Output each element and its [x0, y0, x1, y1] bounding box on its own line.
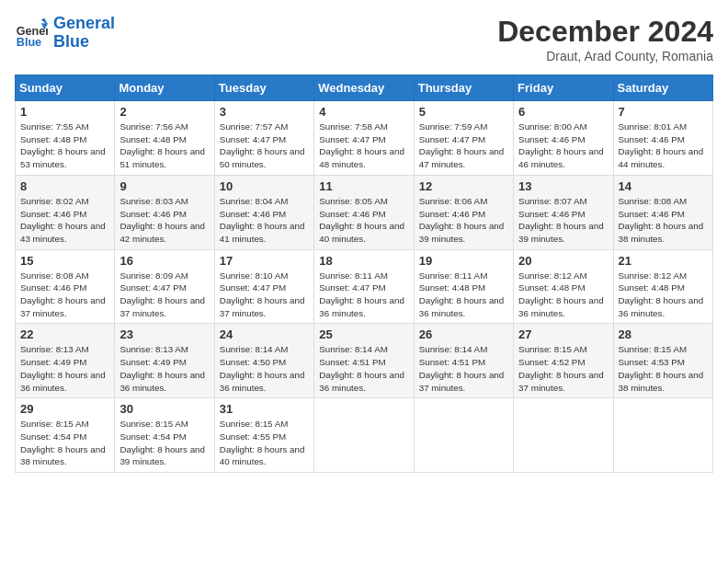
calendar-cell: 21 Sunrise: 8:12 AM Sunset: 4:48 PM Dayl… [613, 249, 712, 324]
day-detail: Sunrise: 8:00 AM Sunset: 4:46 PM Dayligh… [518, 121, 608, 171]
logo: General Blue GeneralBlue [15, 15, 115, 52]
day-detail: Sunrise: 8:12 AM Sunset: 4:48 PM Dayligh… [518, 270, 608, 320]
calendar-cell: 27 Sunrise: 8:15 AM Sunset: 4:52 PM Dayl… [514, 324, 613, 398]
calendar-week-5: 29 Sunrise: 8:15 AM Sunset: 4:54 PM Dayl… [16, 398, 713, 473]
day-detail: Sunrise: 8:11 AM Sunset: 4:48 PM Dayligh… [419, 270, 508, 320]
calendar-cell [514, 398, 613, 473]
calendar-cell: 8 Sunrise: 8:02 AM Sunset: 4:46 PM Dayli… [16, 175, 115, 249]
day-number: 15 [20, 254, 109, 268]
day-number: 23 [119, 327, 209, 341]
day-number: 5 [419, 105, 508, 119]
day-detail: Sunrise: 8:13 AM Sunset: 4:49 PM Dayligh… [119, 343, 209, 394]
svg-text:Blue: Blue [17, 36, 41, 49]
calendar-cell: 28 Sunrise: 8:15 AM Sunset: 4:53 PM Dayl… [613, 324, 712, 398]
day-number: 19 [419, 254, 508, 268]
day-detail: Sunrise: 8:02 AM Sunset: 4:46 PM Dayligh… [20, 195, 109, 246]
calendar-week-1: 1 Sunrise: 7:55 AM Sunset: 4:48 PM Dayli… [16, 101, 713, 176]
day-number: 18 [319, 254, 408, 268]
day-header-saturday: Saturday [613, 75, 712, 101]
day-detail: Sunrise: 7:59 AM Sunset: 4:47 PM Dayligh… [419, 121, 508, 171]
day-detail: Sunrise: 8:15 AM Sunset: 4:54 PM Dayligh… [20, 418, 109, 468]
day-detail: Sunrise: 8:14 AM Sunset: 4:51 PM Dayligh… [319, 343, 408, 394]
day-number: 10 [220, 179, 309, 193]
month-title: December 2024 [497, 15, 713, 49]
calendar-cell: 19 Sunrise: 8:11 AM Sunset: 4:48 PM Dayl… [414, 249, 513, 324]
calendar-cell: 7 Sunrise: 8:01 AM Sunset: 4:46 PM Dayli… [613, 101, 712, 176]
calendar-cell: 16 Sunrise: 8:09 AM Sunset: 4:47 PM Dayl… [115, 249, 214, 324]
day-number: 16 [119, 254, 209, 268]
day-number: 24 [220, 327, 309, 341]
calendar-week-2: 8 Sunrise: 8:02 AM Sunset: 4:46 PM Dayli… [16, 175, 713, 249]
calendar-table: SundayMondayTuesdayWednesdayThursdayFrid… [15, 75, 713, 473]
calendar-cell: 18 Sunrise: 8:11 AM Sunset: 4:47 PM Dayl… [314, 249, 414, 324]
day-detail: Sunrise: 8:08 AM Sunset: 4:46 PM Dayligh… [20, 270, 109, 320]
day-number: 6 [518, 105, 608, 119]
day-header-monday: Monday [115, 75, 214, 101]
calendar-cell: 6 Sunrise: 8:00 AM Sunset: 4:46 PM Dayli… [514, 101, 613, 176]
calendar-cell: 20 Sunrise: 8:12 AM Sunset: 4:48 PM Dayl… [514, 249, 613, 324]
logo-text: GeneralBlue [53, 15, 115, 52]
calendar-cell: 15 Sunrise: 8:08 AM Sunset: 4:46 PM Dayl… [16, 249, 115, 324]
day-number: 4 [319, 105, 408, 119]
day-detail: Sunrise: 7:57 AM Sunset: 4:47 PM Dayligh… [220, 121, 309, 171]
calendar-cell [414, 398, 513, 473]
calendar-cell: 24 Sunrise: 8:14 AM Sunset: 4:50 PM Dayl… [214, 324, 313, 398]
day-number: 2 [119, 105, 209, 119]
day-number: 12 [419, 179, 508, 193]
day-number: 28 [619, 327, 708, 341]
calendar-cell: 12 Sunrise: 8:06 AM Sunset: 4:46 PM Dayl… [414, 175, 513, 249]
calendar-cell: 11 Sunrise: 8:05 AM Sunset: 4:46 PM Dayl… [314, 175, 414, 249]
day-detail: Sunrise: 7:56 AM Sunset: 4:48 PM Dayligh… [119, 121, 209, 171]
logo-icon: General Blue [15, 17, 48, 50]
calendar-cell: 17 Sunrise: 8:10 AM Sunset: 4:47 PM Dayl… [214, 249, 313, 324]
day-detail: Sunrise: 8:14 AM Sunset: 4:51 PM Dayligh… [419, 343, 508, 394]
calendar-cell: 25 Sunrise: 8:14 AM Sunset: 4:51 PM Dayl… [314, 324, 414, 398]
day-detail: Sunrise: 8:11 AM Sunset: 4:47 PM Dayligh… [319, 270, 408, 320]
day-detail: Sunrise: 7:58 AM Sunset: 4:47 PM Dayligh… [319, 121, 408, 171]
day-detail: Sunrise: 8:09 AM Sunset: 4:47 PM Dayligh… [119, 270, 209, 320]
calendar-cell: 26 Sunrise: 8:14 AM Sunset: 4:51 PM Dayl… [414, 324, 513, 398]
day-number: 13 [518, 179, 608, 193]
day-detail: Sunrise: 8:14 AM Sunset: 4:50 PM Dayligh… [220, 343, 309, 394]
day-detail: Sunrise: 8:12 AM Sunset: 4:48 PM Dayligh… [619, 270, 708, 320]
day-number: 8 [20, 179, 109, 193]
calendar-week-3: 15 Sunrise: 8:08 AM Sunset: 4:46 PM Dayl… [16, 249, 713, 324]
day-number: 31 [220, 402, 309, 416]
location-subtitle: Draut, Arad County, Romania [497, 49, 713, 63]
calendar-cell: 2 Sunrise: 7:56 AM Sunset: 4:48 PM Dayli… [115, 101, 214, 176]
calendar-cell: 5 Sunrise: 7:59 AM Sunset: 4:47 PM Dayli… [414, 101, 513, 176]
day-detail: Sunrise: 8:10 AM Sunset: 4:47 PM Dayligh… [220, 270, 309, 320]
calendar-cell: 31 Sunrise: 8:15 AM Sunset: 4:55 PM Dayl… [214, 398, 313, 473]
day-number: 7 [619, 105, 708, 119]
calendar-cell: 14 Sunrise: 8:08 AM Sunset: 4:46 PM Dayl… [613, 175, 712, 249]
calendar-cell: 1 Sunrise: 7:55 AM Sunset: 4:48 PM Dayli… [16, 101, 115, 176]
day-detail: Sunrise: 8:15 AM Sunset: 4:52 PM Dayligh… [518, 343, 608, 394]
calendar-cell [314, 398, 414, 473]
day-detail: Sunrise: 8:07 AM Sunset: 4:46 PM Dayligh… [518, 195, 608, 246]
day-number: 26 [419, 327, 508, 341]
day-detail: Sunrise: 8:15 AM Sunset: 4:55 PM Dayligh… [220, 418, 309, 468]
day-detail: Sunrise: 8:04 AM Sunset: 4:46 PM Dayligh… [220, 195, 309, 246]
day-number: 27 [518, 327, 608, 341]
calendar-cell: 9 Sunrise: 8:03 AM Sunset: 4:46 PM Dayli… [115, 175, 214, 249]
calendar-cell: 3 Sunrise: 7:57 AM Sunset: 4:47 PM Dayli… [214, 101, 313, 176]
calendar-cell: 13 Sunrise: 8:07 AM Sunset: 4:46 PM Dayl… [514, 175, 613, 249]
day-number: 29 [20, 402, 109, 416]
day-number: 3 [220, 105, 309, 119]
day-detail: Sunrise: 8:03 AM Sunset: 4:46 PM Dayligh… [119, 195, 209, 246]
day-detail: Sunrise: 8:05 AM Sunset: 4:46 PM Dayligh… [319, 195, 408, 246]
calendar-cell: 4 Sunrise: 7:58 AM Sunset: 4:47 PM Dayli… [314, 101, 414, 176]
day-detail: Sunrise: 8:01 AM Sunset: 4:46 PM Dayligh… [619, 121, 708, 171]
day-detail: Sunrise: 8:13 AM Sunset: 4:49 PM Dayligh… [20, 343, 109, 394]
day-header-wednesday: Wednesday [314, 75, 414, 101]
day-header-friday: Friday [514, 75, 613, 101]
day-detail: Sunrise: 8:06 AM Sunset: 4:46 PM Dayligh… [419, 195, 508, 246]
day-number: 25 [319, 327, 408, 341]
day-detail: Sunrise: 8:15 AM Sunset: 4:54 PM Dayligh… [119, 418, 209, 468]
day-detail: Sunrise: 7:55 AM Sunset: 4:48 PM Dayligh… [20, 121, 109, 171]
title-area: December 2024 Draut, Arad County, Romani… [497, 15, 713, 63]
calendar-cell: 10 Sunrise: 8:04 AM Sunset: 4:46 PM Dayl… [214, 175, 313, 249]
day-header-sunday: Sunday [16, 75, 115, 101]
day-detail: Sunrise: 8:15 AM Sunset: 4:53 PM Dayligh… [619, 343, 708, 394]
calendar-cell: 23 Sunrise: 8:13 AM Sunset: 4:49 PM Dayl… [115, 324, 214, 398]
